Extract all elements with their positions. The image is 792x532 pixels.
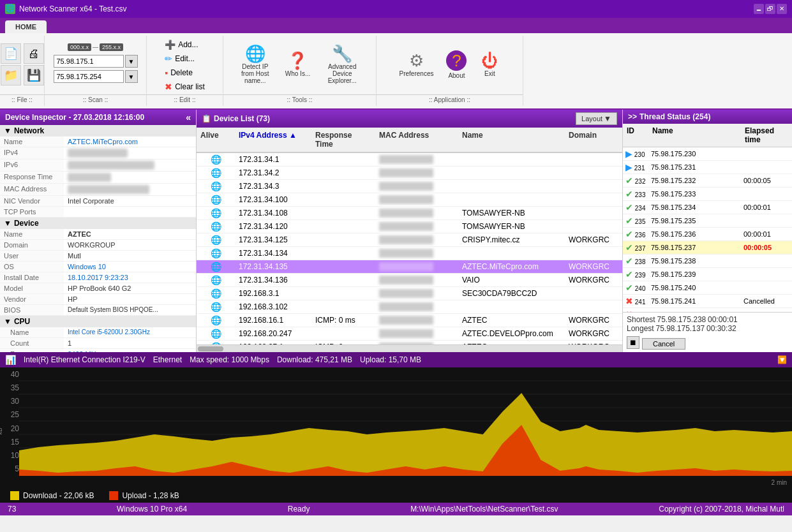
ribbon-scan-section: 000.x.x — 255.x.x 75.98.175.1 ▼ 75.98.17… — [45, 36, 147, 106]
name-cell — [458, 198, 565, 201]
print-btn[interactable]: 🖨 — [24, 43, 44, 64]
device-inspector: Device Inspector - 27.03.2018 12:16:00 «… — [0, 110, 197, 352]
network-monitor-bar: 📊 Intel(R) Ethernet Connection I219-V Et… — [0, 352, 792, 367]
table-row[interactable]: 🌐 172.31.34.100 ██████████ — [197, 193, 622, 207]
table-row[interactable]: 🌐 172.31.34.135 ██████████ AZTEC.MiTeCpr… — [197, 260, 622, 274]
maximize-btn[interactable]: 🗗 — [765, 4, 775, 14]
thread-row[interactable]: ✔ 239 75.98.175.239 — [623, 268, 792, 281]
table-row[interactable]: 🌐 172.31.34.2 ██████████ — [197, 166, 622, 180]
resp-cell — [311, 212, 375, 214]
advanced-explorer-btn[interactable]: 🔧 Advanced Device Explorer... — [318, 43, 366, 87]
domain-cell: WORKGRC — [565, 328, 622, 339]
new-file-btn[interactable]: 📄 — [1, 43, 21, 64]
network-name-val: AZTEC.MiTeCpro.com — [64, 137, 196, 147]
preferences-btn[interactable]: ⚙ Preferences — [394, 50, 439, 80]
who-is-btn[interactable]: ❓ Who Is... — [280, 50, 315, 80]
cancel-thread-btn[interactable]: Cancel — [642, 338, 685, 350]
ip-start-input[interactable]: 75.98.175.1 — [54, 55, 124, 68]
edit-btn[interactable]: ✏ Edit... — [161, 52, 209, 65]
exit-btn[interactable]: ⏻ Exit — [474, 50, 505, 80]
add-btn[interactable]: ➕ Add... — [161, 38, 209, 51]
stop-thread-btn[interactable]: ⏹ — [627, 336, 639, 349]
legend-upload: Upload - 1,28 kB — [109, 491, 179, 500]
thread-row[interactable]: ✔ 240 75.98.175.240 — [623, 281, 792, 295]
thread-row[interactable]: ✔ 236 75.98.175.236 00:00:01 — [623, 228, 792, 241]
tcp-ports-val — [64, 207, 196, 217]
table-row[interactable]: 🌐 192.168.3.102 ██████████ — [197, 300, 622, 314]
save-btn[interactable]: 💾 — [24, 65, 44, 85]
inspector-collapse-btn[interactable]: « — [186, 112, 191, 122]
thread-row[interactable]: ✔ 233 75.98.175.233 — [623, 188, 792, 201]
thread-row[interactable]: ✔ 232 75.98.175.232 00:00:05 — [623, 174, 792, 188]
thread-row[interactable]: ✔ 237 75.98.175.237 00:00:05 — [623, 241, 792, 255]
table-row[interactable]: 🌐 192.168.3.1 ██████████ SEC30CDA79BCC2D — [197, 287, 622, 300]
resp-cell — [311, 332, 375, 335]
detect-ip-label: Detect IP from Host name... — [238, 63, 273, 84]
delete-btn[interactable]: ▪ Delete — [161, 66, 209, 79]
thread-row[interactable]: ✔ 238 75.98.175.238 — [623, 255, 792, 268]
table-row[interactable]: 🌐 192.168.16.1 ICMP: 0 ms ██████████ AZT… — [197, 314, 622, 327]
ipv4-cell: 172.31.34.135 — [235, 261, 311, 272]
thread-name: 75.98.175.238 — [648, 256, 741, 266]
shortest-name: 75.98.175.238 — [657, 315, 706, 324]
layout-btn[interactable]: Layout ▼ — [576, 112, 617, 125]
clear-list-btn[interactable]: ✖ Clear list — [161, 80, 209, 93]
open-btn[interactable]: 📁 — [1, 65, 21, 85]
th-domain: Domain — [565, 129, 622, 150]
home-tab[interactable]: HOME — [5, 20, 47, 33]
table-row[interactable]: 🌐 172.31.34.1 ██████████ — [197, 153, 622, 166]
name-cell: VAIO — [458, 274, 565, 286]
domain-cell — [565, 225, 622, 228]
table-row[interactable]: 🌐 172.31.34.120 ██████████ TOMSAWYER-NB — [197, 220, 622, 233]
table-row[interactable]: 🌐 172.31.34.125 ██████████ CRISPY.mitec.… — [197, 233, 622, 247]
th-resp: Response Time — [311, 129, 375, 150]
domain-cell — [565, 306, 622, 308]
detect-ip-btn[interactable]: 🌐 Detect IP from Host name... — [233, 43, 278, 87]
mac-cell: ██████████ — [375, 221, 458, 232]
domain-cell — [565, 198, 622, 201]
app-icon: 🌐 — [5, 4, 15, 14]
thread-row[interactable]: ▶ 231 75.98.175.231 — [623, 161, 792, 174]
minimize-btn[interactable]: 🗕 — [754, 4, 764, 14]
resp-cell — [311, 306, 375, 308]
collapse-network-btn[interactable]: 🔽 — [777, 355, 787, 364]
about-btn[interactable]: ? About — [441, 48, 472, 82]
thread-row[interactable]: ▶ 230 75.98.175.230 — [623, 147, 792, 161]
domain-cell: WORKGRC — [565, 234, 622, 246]
y-axis-5: 5 — [0, 464, 19, 473]
mac-val: ███████████████ — [64, 184, 196, 195]
name-cell: AZTEC — [458, 314, 565, 326]
status-icon: ✖ — [625, 296, 633, 306]
inspector-row: Response Time ████████ — [0, 172, 196, 184]
ipv4-cell: 172.31.34.2 — [235, 167, 311, 179]
table-row[interactable]: 🌐 172.31.34.108 ██████████ TOMSAWYER-NB — [197, 207, 622, 220]
ipv4-cell: 172.31.34.3 — [235, 181, 311, 192]
ip-end-input[interactable]: 75.98.175.254 — [54, 70, 124, 83]
ip-end-picker[interactable]: ▼ — [125, 70, 138, 83]
thread-row[interactable]: ✔ 234 75.98.175.234 00:00:01 — [623, 201, 792, 214]
device-section-header[interactable]: ▼ Device — [0, 218, 196, 229]
table-row[interactable]: 🌐 192.168.20.247 ██████████ AZTEC.DEVELO… — [197, 327, 622, 341]
cpu-section-header[interactable]: ▼ CPU — [0, 316, 196, 327]
status-count: 73 — [8, 505, 16, 514]
thread-row[interactable]: ✖ 241 75.98.175.241 Cancelled — [623, 295, 792, 308]
thread-row[interactable]: ✔ 235 75.98.175.235 — [623, 214, 792, 228]
thread-status-title: Thread Status (254) — [639, 112, 710, 121]
network-section-header[interactable]: ▼ Network — [0, 125, 196, 137]
table-row[interactable]: 🌐 172.31.34.136 ██████████ VAIO WORKGRC — [197, 274, 622, 287]
globe-icon: 🌐 — [211, 275, 221, 285]
window-controls[interactable]: 🗕 🗗 ✕ — [754, 4, 787, 14]
domain-cell: WORKGRC — [565, 274, 622, 286]
close-btn[interactable]: ✕ — [777, 4, 787, 14]
table-row[interactable]: 🌐 172.31.34.3 ██████████ — [197, 180, 622, 193]
inspector-content: ▼ Network Name AZTEC.MiTeCpro.com IPv4 █… — [0, 125, 196, 352]
th-ipv4[interactable]: IPv4 Address ▲ — [235, 129, 311, 150]
status-icon: ✔ — [625, 202, 633, 212]
ip-start-picker[interactable]: ▼ — [125, 55, 138, 68]
globe-icon: 🌐 — [211, 221, 221, 232]
table-row[interactable]: 🌐 172.31.34.134 ██████████ — [197, 247, 622, 260]
ip-end-row: 75.98.175.254 ▼ — [54, 70, 138, 83]
clear-list-label: Clear list — [175, 82, 205, 91]
th-alive: Alive — [197, 129, 235, 150]
edit-label: Edit... — [175, 54, 195, 63]
